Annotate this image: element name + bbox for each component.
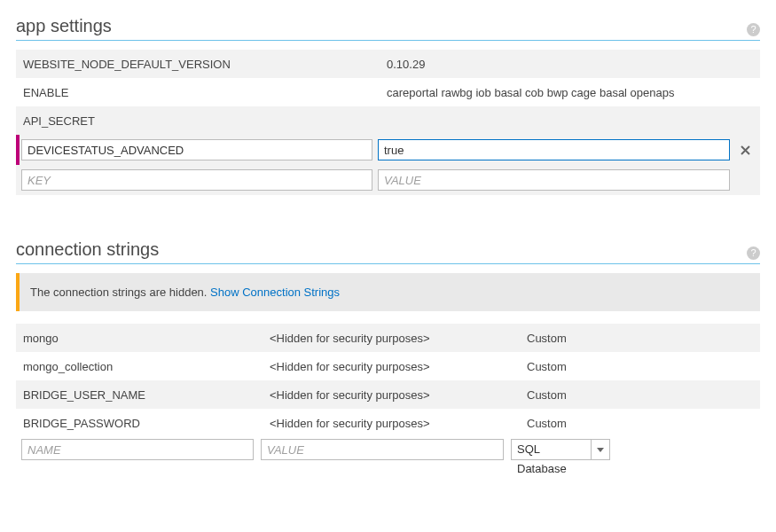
close-icon (741, 145, 750, 155)
connection-strings-hidden-notice: The connection strings are hidden. Show … (16, 273, 760, 311)
help-icon[interactable]: ? (747, 23, 760, 36)
connection-string-row[interactable]: BRIDGE_PASSWORD <Hidden for security pur… (16, 409, 760, 437)
show-connection-strings-link[interactable]: Show Connection Strings (210, 286, 340, 299)
cs-value: <Hidden for security purposes> (270, 360, 527, 373)
delete-setting-button[interactable] (735, 140, 755, 160)
setting-edit-row-active (16, 135, 760, 165)
cs-name: mongo_collection (23, 360, 270, 373)
app-settings-title: app settings (16, 16, 112, 36)
cs-type-select-value: SQL Database (511, 439, 591, 460)
connection-strings-title: connection strings (16, 239, 159, 260)
connection-string-row[interactable]: mongo <Hidden for security purposes> Cus… (16, 324, 760, 352)
app-settings-header: app settings ? (16, 16, 760, 41)
connection-string-new-row: SQL Database (16, 437, 760, 460)
setting-value: careportal rawbg iob basal cob bwp cage … (387, 86, 760, 99)
setting-key-input[interactable] (21, 169, 372, 191)
setting-row[interactable]: ENABLE careportal rawbg iob basal cob bw… (16, 78, 760, 106)
cs-value: <Hidden for security purposes> (270, 388, 527, 402)
connection-string-row[interactable]: BRIDGE_USER_NAME <Hidden for security pu… (16, 380, 760, 409)
cs-value: <Hidden for security purposes> (270, 417, 527, 430)
setting-key: ENABLE (23, 86, 387, 99)
setting-new-row (16, 165, 760, 195)
cs-name: BRIDGE_PASSWORD (23, 417, 270, 430)
cs-type: Custom (527, 360, 669, 373)
connection-string-row[interactable]: mongo_collection <Hidden for security pu… (16, 352, 760, 380)
setting-key: WEBSITE_NODE_DEFAULT_VERSION (23, 58, 387, 71)
setting-key-input[interactable] (21, 139, 372, 160)
cs-type: Custom (527, 332, 669, 345)
setting-value: 0.10.29 (387, 58, 760, 71)
cs-type: Custom (527, 417, 669, 430)
cs-value-input[interactable] (261, 439, 504, 460)
cs-name-input[interactable] (21, 439, 254, 460)
cs-value: <Hidden for security purposes> (270, 332, 527, 345)
cs-name: BRIDGE_USER_NAME (23, 388, 270, 402)
setting-key: API_SECRET (23, 114, 387, 128)
cs-type-select-button[interactable] (591, 439, 610, 460)
chevron-down-icon (597, 448, 604, 452)
setting-value-input[interactable] (378, 169, 730, 191)
cs-type: Custom (527, 388, 669, 402)
setting-row[interactable]: API_SECRET (16, 106, 760, 135)
cs-type-select[interactable]: SQL Database (511, 439, 610, 460)
notice-text: The connection strings are hidden. (30, 286, 210, 299)
connection-strings-header: connection strings ? (16, 239, 760, 264)
connection-strings-section: connection strings ? The connection stri… (16, 239, 760, 460)
help-icon[interactable]: ? (747, 246, 760, 260)
cs-name: mongo (23, 332, 270, 345)
setting-row[interactable]: WEBSITE_NODE_DEFAULT_VERSION 0.10.29 (16, 50, 760, 78)
app-settings-section: app settings ? WEBSITE_NODE_DEFAULT_VERS… (16, 16, 760, 195)
setting-value-input[interactable] (378, 139, 730, 160)
